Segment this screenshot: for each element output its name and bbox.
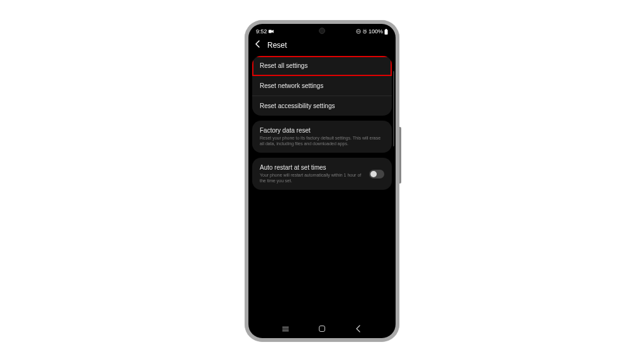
home-button[interactable] (316, 322, 328, 335)
status-left: 9:52 (256, 28, 274, 35)
auto-restart-toggle[interactable] (369, 170, 384, 178)
page-title: Reset (267, 41, 287, 50)
reset-network-settings-item[interactable]: Reset network settings (252, 76, 392, 96)
item-title: Reset accessibility settings (260, 102, 384, 109)
page-header: Reset (248, 36, 396, 56)
svg-rect-0 (269, 30, 272, 33)
auto-restart-item[interactable]: Auto restart at set times Your phone wil… (252, 158, 392, 190)
item-title: Factory data reset (260, 127, 384, 134)
nav-back-button[interactable] (352, 322, 365, 335)
phone-screen: 9:52 100% Reset (248, 24, 396, 338)
item-title: Reset network settings (260, 82, 384, 89)
toggle-knob (370, 171, 377, 177)
recents-icon (282, 327, 289, 331)
reset-accessibility-settings-item[interactable]: Reset accessibility settings (252, 96, 392, 116)
svg-rect-9 (385, 30, 388, 35)
svg-rect-8 (386, 29, 387, 30)
status-right: 100% (356, 28, 388, 35)
recents-button[interactable] (279, 322, 292, 335)
svg-line-7 (365, 30, 366, 30)
back-icon[interactable] (255, 40, 261, 50)
power-button (399, 127, 401, 184)
camera-notch (319, 28, 325, 34)
chevron-left-icon (355, 325, 362, 332)
item-title: Reset all settings (260, 62, 384, 69)
svg-line-6 (363, 30, 364, 30)
dnd-icon (356, 29, 361, 34)
video-icon (269, 30, 274, 33)
auto-restart-group: Auto restart at set times Your phone wil… (252, 158, 392, 190)
factory-data-reset-item[interactable]: Factory data reset Reset your phone to i… (252, 121, 392, 153)
reset-group: Reset all settings Reset network setting… (252, 56, 392, 116)
item-subtitle: Reset your phone to its factory default … (260, 135, 384, 146)
navigation-bar (248, 319, 396, 338)
scrollbar[interactable] (393, 71, 394, 146)
settings-content: Reset all settings Reset network setting… (248, 56, 396, 190)
battery-percent: 100% (369, 28, 383, 35)
home-icon (319, 326, 325, 332)
clock: 9:52 (256, 28, 267, 35)
item-title: Auto restart at set times (260, 164, 364, 171)
phone-frame: 9:52 100% Reset (245, 20, 399, 342)
battery-icon (384, 29, 388, 35)
alarm-icon (362, 29, 367, 34)
item-subtitle: Your phone will restart automatically wi… (260, 172, 364, 184)
reset-all-settings-item[interactable]: Reset all settings (252, 56, 392, 76)
factory-reset-group: Factory data reset Reset your phone to i… (252, 121, 392, 153)
